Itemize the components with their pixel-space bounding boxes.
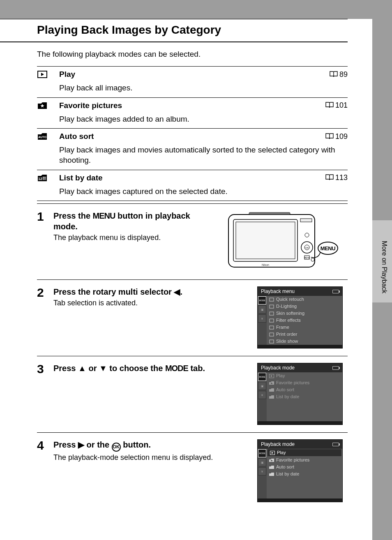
lcd-menu-item: Favorite pictures: [267, 379, 342, 386]
svg-rect-31: [270, 340, 274, 343]
ok-button-glyph: OK: [112, 443, 121, 452]
lcd-item-text: Play: [277, 450, 286, 455]
step-subtitle: Tab selection is activated.: [53, 299, 249, 307]
lcd-tab-strip: MODE▣¥: [258, 296, 267, 345]
menu-glyph: MENU: [93, 211, 115, 220]
svg-rect-5: [43, 177, 46, 180]
lcd-item-text: Print order: [276, 332, 297, 337]
lcd-menu-item: D-Lighting: [267, 303, 342, 310]
svg-text:12: 12: [38, 177, 42, 181]
mode-header: Play 89: [37, 66, 348, 82]
lcd-item-icon: [269, 312, 274, 316]
lcd-tab: MODE: [258, 449, 266, 457]
mode-header: 12 List by date 113: [37, 170, 348, 186]
lcd-item-text: Skin softening: [276, 311, 304, 316]
lcd-item-icon: [269, 381, 274, 385]
mode-name: Favorite pictures: [59, 101, 325, 110]
svg-text:MENU: MENU: [321, 245, 335, 252]
lcd-tab: ▣: [258, 458, 266, 466]
arrow-icon: ▲: [78, 364, 86, 373]
step-title: Press the rotary multi selector ◀.: [53, 286, 249, 297]
arrow-icon: ▶: [78, 440, 84, 449]
battery-icon: [332, 443, 339, 446]
lcd-menu-item: Skin softening: [267, 310, 342, 317]
side-label: More on Playback: [380, 241, 388, 293]
step-figure: Playback mode MODE▣¥ PlayFavorite pictur…: [257, 363, 348, 425]
lcd-tab-strip: MODE▣¥: [258, 372, 267, 421]
mode-page-ref: 113: [325, 173, 348, 182]
lcd-empty-row: [267, 485, 342, 492]
lcd-tab: MODE: [258, 296, 266, 305]
mode-table: Play 89 Play back all images. Favorite p…: [37, 66, 348, 201]
step-figure: Playback menu MODE▣¥ Quick retouchD-Ligh…: [257, 286, 348, 348]
lcd-item-icon: [270, 451, 275, 455]
arrow-icon: ▼: [99, 364, 107, 373]
lcd-footer: [258, 421, 342, 425]
svg-point-19: [311, 258, 314, 261]
lcd-tab: ▣: [258, 305, 266, 314]
book-icon: [325, 132, 334, 141]
lcd-item-icon: [269, 458, 274, 462]
mode-page-ref: 101: [325, 101, 348, 110]
lcd-menu-item: Favorite pictures: [267, 457, 342, 464]
lcd-item-icon: [269, 305, 274, 309]
steps: 1 Press the MENU button in playback mode…: [37, 203, 348, 510]
lcd-item-icon: [269, 374, 274, 378]
lcd-title-text: Playback mode: [261, 442, 295, 447]
lcd-title-bar: Playback mode: [258, 363, 342, 372]
battery-icon: [332, 366, 339, 370]
step-number: 1: [37, 210, 53, 223]
intro-text: The following playback modes can be sele…: [37, 50, 348, 59]
mode-description: Play back all images.: [37, 82, 348, 97]
lcd-item-text: Play: [276, 374, 285, 378]
svg-rect-28: [270, 319, 274, 322]
book-icon: [325, 101, 334, 110]
svg-rect-30: [270, 333, 274, 336]
play-icon: [37, 69, 59, 80]
lcd-screen: Playback mode MODE▣¥ PlayFavorite pictur…: [257, 439, 343, 502]
mode-glyph: MODE: [165, 364, 188, 373]
svg-rect-29: [270, 326, 274, 329]
mode-name: Play: [59, 70, 330, 79]
lcd-title-text: Playback menu: [261, 289, 295, 294]
camera-illustration: OK MENU Nikon MENU: [224, 210, 344, 272]
step-subtitle: The playback menu is displayed.: [53, 233, 216, 242]
step: 3 Press ▲ or ▼ to choose the MODE tab. P…: [37, 356, 348, 432]
lcd-menu-item: Auto sort: [267, 386, 342, 393]
lcd-item-icon: [269, 465, 274, 469]
mode-name: Auto sort: [59, 132, 325, 141]
step: 2 Press the rotary multi selector ◀. Tab…: [37, 279, 348, 356]
lcd-item-icon: [269, 339, 274, 344]
step-title: Press the MENU button in playback mode.: [53, 210, 216, 232]
lcd-menu-item: Frame: [267, 324, 342, 331]
lcd-item-icon: [269, 332, 274, 337]
lcd-item-text: Auto sort: [276, 388, 294, 392]
step-figure: Playback mode MODE▣¥ PlayFavorite pictur…: [257, 439, 348, 502]
lcd-empty-row: [267, 414, 342, 421]
lcd-item-icon: [269, 472, 274, 476]
svg-rect-20: [300, 219, 312, 222]
lcd-tab: ▣: [258, 382, 266, 390]
lcd-empty-row: [267, 400, 342, 407]
lcd-menu-item: Play: [267, 449, 341, 456]
lcd-item-text: Favorite pictures: [276, 458, 309, 462]
lcd-menu-item: Auto sort: [267, 464, 342, 471]
svg-rect-21: [249, 212, 290, 215]
lcd-item-icon: [269, 318, 274, 323]
lcd-menu-item: Filter effects: [267, 317, 342, 324]
step-number: 2: [37, 286, 53, 299]
lcd-screen: Playback menu MODE▣¥ Quick retouchD-Ligh…: [257, 286, 343, 348]
lcd-item-list: PlayFavorite picturesAuto sortList by da…: [267, 372, 342, 421]
mode-description: Play back images captured on the selecte…: [37, 186, 348, 201]
lcd-item-text: Slide show: [276, 339, 298, 344]
lcd-item-text: Filter effects: [276, 318, 301, 323]
lcd-menu-item: List by date: [267, 471, 342, 478]
step-number: 4: [37, 439, 53, 452]
book-icon: [330, 70, 338, 79]
mode-header: AUTO Auto sort 109: [37, 128, 348, 144]
star-folder-icon: [37, 100, 59, 111]
step-figure: OK MENU Nikon MENU: [224, 210, 348, 272]
mode-description: Play back images and movies automaticall…: [37, 144, 348, 169]
mode-description: Play back images added to an album.: [37, 113, 348, 129]
svg-rect-12: [236, 222, 295, 259]
